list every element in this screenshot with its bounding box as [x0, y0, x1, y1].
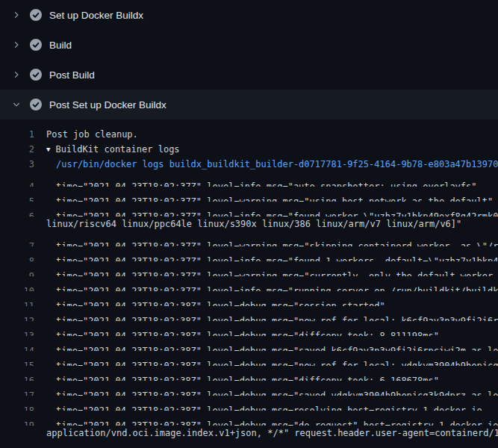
log-line-text: time="2021-04-23T18:02:38Z" level=debug … [46, 343, 498, 351]
log-line-text: time="2021-04-23T18:02:38Z" level=debug … [46, 373, 498, 381]
log-row: 8time="2021-04-23T18:02:37Z" level=info … [0, 246, 498, 261]
log-row: 12time="2021-04-23T18:02:38Z" level=debu… [0, 306, 498, 321]
line-number[interactable]: 19 [0, 418, 34, 426]
line-number[interactable]: 2 [0, 142, 34, 157]
log-line-text: time="2021-04-23T18:02:38Z" level=debug … [46, 299, 498, 306]
log-line-text: linux/riscv64 linux/ppc64le linux/s390x … [46, 217, 498, 231]
line-number [0, 426, 34, 441]
log-row: 4time="2021-04-23T18:02:37Z" level=info … [0, 172, 498, 187]
log-line-text: time="2021-04-23T18:02:38Z" level=debug … [46, 388, 498, 396]
check-circle-icon [30, 39, 42, 51]
line-number[interactable]: 15 [0, 358, 34, 366]
actions-log-viewer: Set up Docker BuildxBuildPost BuildPost … [0, 0, 498, 448]
log-line-text: time="2021-04-23T18:02:37Z" level=warnin… [46, 269, 498, 276]
line-number[interactable]: 14 [0, 343, 34, 351]
check-circle-icon [30, 99, 42, 111]
line-number[interactable]: 8 [0, 254, 34, 261]
check-circle-icon [30, 69, 42, 81]
log-line-text: time="2021-04-23T18:02:37Z" level=info m… [46, 209, 498, 217]
line-number[interactable]: 5 [0, 194, 34, 202]
chevron-right-icon[interactable] [10, 39, 22, 51]
log-row: 16time="2021-04-23T18:02:38Z" level=debu… [0, 366, 498, 381]
line-number[interactable]: 3 [0, 157, 34, 172]
log-line-text: time="2021-04-23T18:02:38Z" level=debug … [46, 403, 498, 411]
log-line-text: time="2021-04-23T18:02:37Z" level=info m… [46, 254, 498, 261]
log-row: 2▼BuildKit container logs [0, 142, 498, 157]
chevron-right-icon[interactable] [10, 69, 22, 81]
step-label: Post Build [49, 69, 95, 81]
line-number[interactable]: 13 [0, 329, 34, 336]
log-area: 1Post job cleanup.2▼BuildKit container l… [0, 119, 498, 448]
log-group-line: ▼BuildKit container logs [46, 142, 498, 157]
line-number[interactable]: 16 [0, 373, 34, 381]
step-row-set-up-docker-buildx[interactable]: Set up Docker Buildx [0, 0, 498, 30]
log-row: 13time="2021-04-23T18:02:38Z" level=debu… [0, 321, 498, 336]
log-line-text: application/vnd.oci.image.index.v1+json,… [46, 426, 498, 441]
log-line-text: time="2021-04-23T18:02:37Z" level=info m… [46, 284, 498, 291]
log-line-text: time="2021-04-23T18:02:37Z" level=warnin… [46, 239, 498, 246]
log-row: 18time="2021-04-23T18:02:38Z" level=debu… [0, 396, 498, 411]
step-label: Build [49, 40, 72, 51]
log-row: 14time="2021-04-23T18:02:38Z" level=debu… [0, 336, 498, 351]
log-row: 10time="2021-04-23T18:02:37Z" level=info… [0, 276, 498, 291]
line-number [0, 217, 34, 231]
log-row: 15time="2021-04-23T18:02:38Z" level=debu… [0, 351, 498, 366]
log-command-text: /usr/bin/docker logs buildx_buildkit_bui… [46, 157, 498, 172]
line-number[interactable]: 4 [0, 179, 34, 187]
log-line-text: Post job cleanup. [46, 127, 498, 142]
log-row: 5time="2021-04-23T18:02:37Z" level=warni… [0, 187, 498, 202]
line-number[interactable]: 7 [0, 239, 34, 246]
line-number[interactable]: 9 [0, 269, 34, 276]
chevron-down-icon[interactable] [10, 99, 22, 111]
log-row: 20time="2021-04-23T18:02:38Z" level=debu… [0, 441, 498, 448]
steps-list: Set up Docker BuildxBuildPost BuildPost … [0, 0, 498, 119]
group-toggle-caret-icon[interactable]: ▼ [46, 142, 50, 157]
line-number[interactable]: 11 [0, 299, 34, 306]
step-label: Post Set up Docker Buildx [49, 99, 166, 111]
check-circle-icon [30, 9, 42, 21]
chevron-right-icon[interactable] [10, 9, 22, 21]
line-number[interactable]: 10 [0, 284, 34, 291]
log-line-text: time="2021-04-23T18:02:38Z" level=debug … [46, 329, 498, 336]
log-row: 17time="2021-04-23T18:02:38Z" level=debu… [0, 381, 498, 396]
line-number[interactable]: 6 [0, 209, 34, 217]
log-line-text: time="2021-04-23T18:02:38Z" level=debug … [46, 358, 498, 366]
log-row: 3/usr/bin/docker logs buildx_buildkit_bu… [0, 157, 498, 172]
line-number[interactable]: 17 [0, 388, 34, 396]
step-row-build[interactable]: Build [0, 30, 498, 60]
log-row: 9time="2021-04-23T18:02:37Z" level=warni… [0, 261, 498, 276]
log-row: application/vnd.oci.image.index.v1+json,… [0, 426, 498, 441]
log-line-text: time="2021-04-23T18:02:38Z" level=debug … [46, 314, 498, 321]
log-row: 19time="2021-04-23T18:02:38Z" level=debu… [0, 411, 498, 426]
log-row: 6time="2021-04-23T18:02:37Z" level=info … [0, 202, 498, 217]
line-number[interactable]: 1 [0, 127, 34, 142]
log-line-text: time="2021-04-23T18:02:38Z" level=debug … [46, 418, 498, 426]
line-number[interactable]: 18 [0, 403, 34, 411]
log-line-text: time="2021-04-23T18:02:37Z" level=warnin… [46, 194, 498, 202]
line-number[interactable]: 12 [0, 314, 34, 321]
log-row: 11time="2021-04-23T18:02:38Z" level=debu… [0, 291, 498, 306]
step-row-post-build[interactable]: Post Build [0, 60, 498, 90]
log-row: 1Post job cleanup. [0, 127, 498, 142]
log-line-text: time="2021-04-23T18:02:37Z" level=info m… [46, 179, 498, 187]
log-row: linux/riscv64 linux/ppc64le linux/s390x … [0, 217, 498, 231]
group-title: BuildKit container logs [55, 144, 179, 155]
step-row-post-set-up-docker-buildx[interactable]: Post Set up Docker Buildx [0, 90, 498, 119]
log-row: 7time="2021-04-23T18:02:37Z" level=warni… [0, 231, 498, 246]
step-label: Set up Docker Buildx [49, 10, 143, 21]
